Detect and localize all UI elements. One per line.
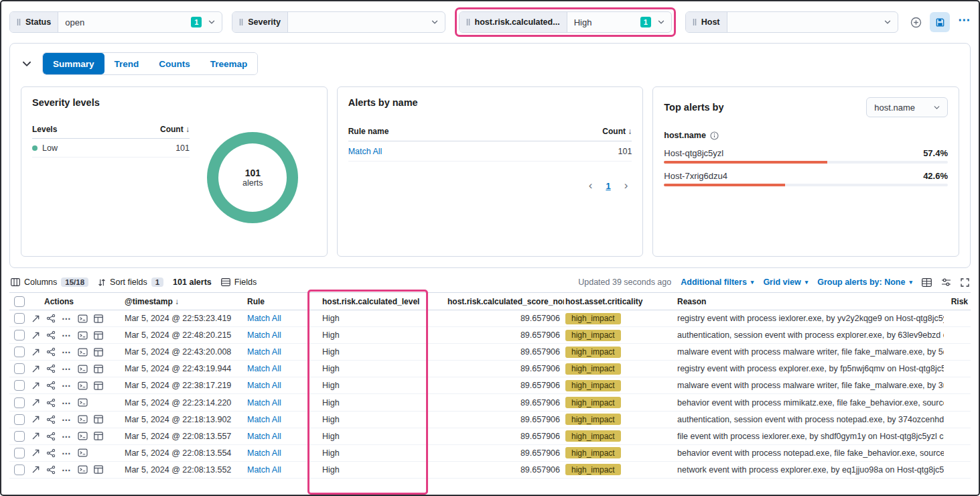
chevron-down-icon[interactable]: [656, 17, 666, 27]
session-viewer-icon[interactable]: [78, 465, 88, 474]
filter-host-risk-level[interactable]: host.risk.calculated... High 1: [459, 11, 672, 33]
severity-count-column-header[interactable]: Count ↓: [160, 125, 190, 134]
analyze-event-icon[interactable]: [46, 364, 56, 373]
expand-alert-icon[interactable]: [31, 365, 40, 373]
row-checkbox[interactable]: [14, 431, 25, 442]
analyze-event-icon[interactable]: [46, 314, 56, 323]
filter-host[interactable]: Host: [685, 11, 898, 33]
analyze-event-icon[interactable]: [46, 432, 56, 441]
reason-column-header[interactable]: Reason: [668, 297, 944, 306]
event-renderer-icon[interactable]: [94, 381, 103, 390]
chevron-down-icon[interactable]: [430, 17, 439, 27]
event-renderer-icon[interactable]: [94, 415, 103, 424]
more-actions-icon[interactable]: ⋯: [62, 434, 72, 439]
additional-filters-button[interactable]: Additional filters ▾: [681, 277, 754, 287]
rule-link[interactable]: Match All: [247, 330, 281, 340]
more-actions-icon[interactable]: ⋯: [62, 467, 72, 473]
filter-severity-body[interactable]: [288, 17, 445, 27]
row-checkbox[interactable]: [14, 414, 25, 425]
risk-score-column-header[interactable]: host.risk.calculated_score_norm: [437, 297, 564, 306]
expand-alert-icon[interactable]: [31, 448, 40, 457]
next-page-icon[interactable]: ›: [624, 179, 628, 192]
more-actions-icon[interactable]: ⋯: [62, 383, 72, 388]
session-viewer-icon[interactable]: [78, 365, 88, 373]
select-all-checkbox[interactable]: [14, 296, 25, 307]
rule-link[interactable]: Match All: [247, 415, 281, 424]
info-icon[interactable]: [710, 131, 719, 140]
risk-column-header[interactable]: Risk: [944, 297, 971, 306]
event-renderer-icon[interactable]: [94, 365, 103, 373]
filter-host-body[interactable]: [727, 17, 898, 27]
page-number[interactable]: 1: [606, 181, 610, 191]
tab-trend[interactable]: Trend: [104, 53, 149, 74]
session-viewer-icon[interactable]: [78, 448, 88, 457]
rule-link[interactable]: Match All: [247, 432, 281, 441]
row-checkbox[interactable]: [14, 380, 25, 391]
filter-severity[interactable]: Severity: [232, 11, 445, 33]
filter-status[interactable]: Status open 1: [9, 11, 222, 33]
row-checkbox[interactable]: [14, 363, 25, 374]
analyze-event-icon[interactable]: [46, 415, 56, 424]
expand-alert-icon[interactable]: [31, 348, 40, 357]
chevron-down-icon[interactable]: [207, 17, 216, 27]
grid-settings-icon[interactable]: [941, 278, 951, 286]
session-viewer-icon[interactable]: [78, 331, 88, 340]
tab-summary[interactable]: Summary: [43, 53, 104, 74]
rule-link[interactable]: Match All: [247, 465, 281, 475]
expand-alert-icon[interactable]: [31, 465, 40, 474]
rule-column-header[interactable]: Rule: [247, 297, 313, 306]
more-actions-icon[interactable]: ⋯: [62, 400, 72, 406]
rule-link[interactable]: Match All: [247, 347, 281, 357]
drag-handle-icon[interactable]: [466, 18, 470, 26]
tab-treemap[interactable]: Treemap: [200, 53, 258, 74]
rule-name-link[interactable]: Match All: [348, 147, 382, 156]
analyze-event-icon[interactable]: [46, 465, 56, 475]
add-panel-icon[interactable]: [910, 17, 922, 28]
more-actions-icon[interactable]: ⋯: [62, 349, 72, 355]
sort-fields-button[interactable]: Sort fields 1: [98, 277, 163, 287]
row-checkbox[interactable]: [14, 313, 25, 324]
expand-alert-icon[interactable]: [31, 398, 40, 407]
expand-alert-icon[interactable]: [31, 331, 40, 340]
event-renderer-icon[interactable]: [94, 465, 103, 474]
drag-handle-icon[interactable]: [693, 18, 697, 26]
grid-density-icon[interactable]: [922, 278, 932, 287]
expand-alert-icon[interactable]: [31, 432, 40, 440]
event-renderer-icon[interactable]: [94, 331, 103, 340]
rule-link[interactable]: Match All: [247, 398, 281, 408]
event-renderer-icon[interactable]: [94, 432, 103, 440]
session-viewer-icon[interactable]: [78, 381, 88, 390]
more-actions-icon[interactable]: ⋯: [62, 450, 72, 456]
timestamp-column-header[interactable]: @timestamp ↓: [125, 297, 247, 306]
app-menu-icon[interactable]: ⋯: [958, 17, 971, 27]
fullscreen-icon[interactable]: [961, 278, 969, 287]
session-viewer-icon[interactable]: [78, 314, 88, 323]
fields-button[interactable]: Fields: [221, 277, 257, 287]
row-checkbox[interactable]: [14, 330, 25, 340]
analyze-event-icon[interactable]: [46, 347, 56, 357]
expand-alert-icon[interactable]: [31, 415, 40, 424]
session-viewer-icon[interactable]: [78, 348, 88, 357]
session-viewer-icon[interactable]: [78, 432, 88, 440]
session-viewer-icon[interactable]: [78, 415, 88, 424]
event-renderer-icon[interactable]: [94, 348, 103, 357]
top-alerts-field-select[interactable]: host.name: [866, 97, 948, 117]
save-icon[interactable]: [930, 12, 950, 32]
count-column-header[interactable]: Count ↓: [602, 127, 632, 136]
tab-counts[interactable]: Counts: [149, 53, 200, 74]
row-checkbox[interactable]: [14, 448, 25, 458]
more-actions-icon[interactable]: ⋯: [62, 316, 72, 321]
analyze-event-icon[interactable]: [46, 398, 56, 408]
more-actions-icon[interactable]: ⋯: [62, 417, 72, 422]
risk-level-column-header[interactable]: host.risk.calculated_level: [313, 297, 437, 306]
row-checkbox[interactable]: [14, 464, 25, 475]
analyze-event-icon[interactable]: [46, 381, 56, 390]
expand-alert-icon[interactable]: [31, 381, 40, 390]
more-actions-icon[interactable]: ⋯: [62, 366, 72, 371]
analyze-event-icon[interactable]: [46, 448, 56, 458]
drag-handle-icon[interactable]: [239, 18, 243, 26]
columns-button[interactable]: Columns 15/18: [11, 277, 88, 287]
grid-view-button[interactable]: Grid view ▾: [763, 277, 808, 287]
row-checkbox[interactable]: [14, 397, 25, 408]
more-actions-icon[interactable]: ⋯: [62, 332, 72, 338]
